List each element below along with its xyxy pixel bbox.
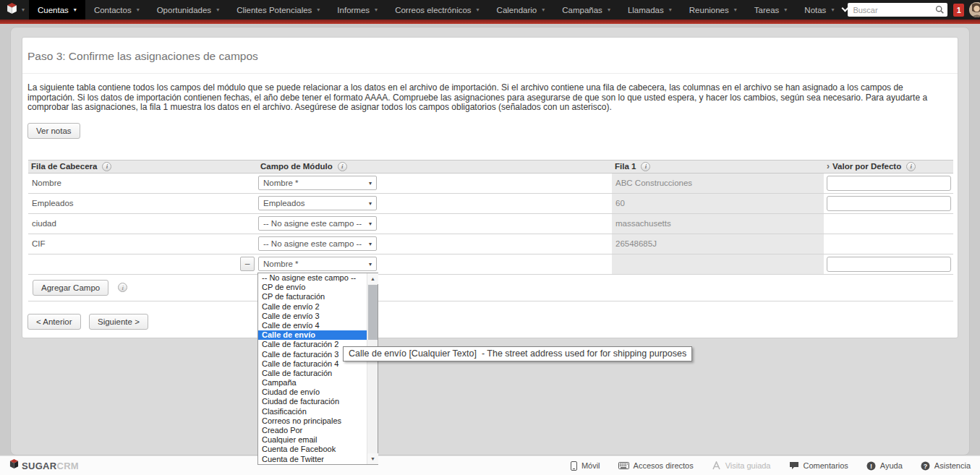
module-field-select[interactable]: Nombre *▾ — [258, 257, 377, 271]
siguiente-button[interactable]: Siguiente > — [89, 314, 148, 330]
panel-header: Paso 3: Confirme las asignaciones de cam… — [22, 38, 958, 74]
nav-item-oportunidades[interactable]: Oportunidades▾ — [148, 0, 228, 20]
footer-link-ayuda[interactable]: !Ayuda — [866, 461, 903, 471]
nav-item-label: Informes — [337, 6, 370, 14]
selected-option-label: -- No asigne este campo -- — [263, 219, 362, 228]
dropdown-option-cuenta-de-twitter[interactable]: Cuenta de Twitter — [258, 455, 367, 464]
footer-link-accesos-directos[interactable]: Accesos directos — [618, 461, 694, 470]
module-field-cell: -- No asigne este campo --▾ — [257, 214, 612, 234]
dropdown-option-cp-de-facturacion[interactable]: CP de facturación — [258, 292, 367, 301]
nav-item-label: Oportunidades — [157, 6, 211, 14]
dropdown-option-calle-de-envio-4[interactable]: Calle de envío 4 — [258, 321, 367, 330]
module-field-cell: Empleados▾ — [257, 194, 612, 213]
default-value-input[interactable] — [827, 196, 951, 211]
nav-item-tareas[interactable]: Tareas▾ — [746, 0, 796, 20]
chevron-down-icon: ▾ — [734, 7, 737, 13]
footer-link-label: Ayuda — [880, 461, 903, 470]
nav-item-label: Campañas — [562, 6, 602, 14]
search-input[interactable] — [853, 6, 935, 14]
dropdown-option-ciudad-de-facturacion[interactable]: Ciudad de facturación — [258, 397, 367, 406]
scroll-up-icon[interactable]: ▲ — [367, 273, 378, 284]
scrollbar-thumb[interactable] — [368, 285, 378, 340]
nav-item-clientes-potenciales[interactable]: Clientes Potenciales▾ — [228, 0, 328, 20]
anterior-button[interactable]: < Anterior — [27, 314, 81, 330]
dropdown-option-calle-de-facturacion[interactable]: Calle de facturación — [258, 369, 367, 378]
file-header-cell: Empleados — [28, 194, 257, 213]
dropdown-option-calle-de-envio-2[interactable]: Calle de envío 2 — [258, 302, 367, 312]
dropdown-option-cp-de-envio[interactable]: CP de envío — [258, 283, 367, 292]
selected-option-label: Empleados — [263, 199, 305, 207]
chevron-down-icon: ▾ — [369, 180, 372, 187]
sugarcrm-logo-icon — [7, 3, 17, 17]
footer-link-label: Accesos directos — [634, 461, 694, 470]
dropdown-option-list: -- No asigne este campo --CP de envíoCP … — [258, 273, 367, 464]
dropdown-option-calle-de-envio-3[interactable]: Calle de envío 3 — [258, 312, 367, 321]
chevron-down-icon: ▾ — [137, 7, 140, 13]
default-value-cell — [824, 254, 959, 274]
nav-item-correos-electronicos[interactable]: Correos electrónicos▾ — [386, 0, 487, 20]
dropdown-option-calle-de-envio[interactable]: Calle de envío — [258, 330, 367, 340]
module-field-select[interactable]: -- No asigne este campo --▾ — [258, 216, 377, 231]
nav-item-label: Clientes Potenciales — [237, 6, 312, 14]
avatar[interactable] — [969, 2, 980, 17]
row1-value-cell: ABC Construcciones — [612, 174, 824, 193]
keyboard-icon — [618, 462, 629, 469]
field-mapping-table: Fila de Cabecerai Campo de Móduloi Fila … — [28, 160, 953, 301]
mapping-row: CIF-- No asigne este campo --▾26548685J — [28, 234, 953, 254]
footer-link-comentarios[interactable]: Comentarios — [789, 461, 848, 470]
collapse-arrow-icon[interactable]: › — [827, 161, 830, 171]
module-field-cell: -- No asigne este campo --▾ — [257, 234, 612, 254]
nav-item-informes[interactable]: Informes▾ — [328, 0, 386, 20]
comment-icon — [789, 461, 799, 470]
module-field-select[interactable]: Empleados▾ — [258, 196, 377, 210]
sugarcrm-footer-logo[interactable]: SUGARCRM — [9, 459, 79, 472]
brand-sugar-text: SUGAR — [22, 461, 56, 471]
default-value-input[interactable] — [827, 257, 951, 272]
dropdown-option-ciudad-de-envio[interactable]: Ciudad de envío — [258, 388, 367, 397]
default-value-input[interactable] — [827, 176, 951, 191]
nav-item-campanas[interactable]: Campañas▾ — [553, 0, 619, 20]
nav-item-cuentas[interactable]: Cuentas▾ — [29, 0, 85, 20]
notification-badge[interactable]: 1 — [953, 4, 964, 17]
ver-notas-button[interactable]: Ver notas — [27, 123, 80, 139]
module-field-select[interactable]: -- No asigne este campo --▾ — [258, 236, 377, 251]
dropdown-option-no-asigne-este-campo[interactable]: -- No asigne este campo -- — [258, 273, 367, 283]
dropdown-option-correos-no-principales[interactable]: Correos no principales — [258, 416, 367, 426]
footer-link-movil[interactable]: Móvil — [571, 461, 600, 471]
nav-item-llamadas[interactable]: Llamadas▾ — [619, 0, 681, 20]
info-icon[interactable]: i — [102, 162, 111, 171]
dropdown-option-creado-por[interactable]: Creado Por — [258, 426, 367, 435]
dropdown-option-cuenta-de-facebook[interactable]: Cuenta de Facebook — [258, 445, 367, 454]
row1-value-cell: 26548685J — [612, 234, 824, 254]
chevron-down-icon: ▾ — [669, 7, 672, 13]
agregar-campo-button[interactable]: Agregar Campo — [33, 280, 108, 296]
dropdown-option-clasificacion[interactable]: Clasificación — [258, 407, 367, 416]
chevron-down-icon: ▾ — [477, 7, 480, 13]
module-field-select[interactable]: Nombre *▾ — [258, 176, 377, 190]
info-icon[interactable]: i — [641, 162, 650, 171]
info-icon[interactable]: i — [338, 162, 347, 171]
import-wizard-panel: Paso 3: Confirme las asignaciones de cam… — [22, 37, 958, 338]
chevron-down-icon: ▾ — [831, 7, 834, 13]
nav-item-reuniones[interactable]: Reuniones▾ — [681, 0, 746, 20]
footer-link-asistencia[interactable]: ?Asistencia — [921, 461, 971, 471]
info-icon[interactable]: i — [906, 162, 916, 171]
dropdown-option-campana[interactable]: Campaña — [258, 378, 367, 388]
module-field-cell: Nombre *▾ — [257, 174, 612, 193]
nav-item-notas[interactable]: Notas▾ — [796, 0, 843, 20]
main-container: Paso 3: Confirme las asignaciones de cam… — [10, 27, 970, 455]
file-header-cell: ciudad — [28, 214, 257, 234]
more-modules-button[interactable] — [843, 0, 848, 20]
file-header-cell: Nombre — [28, 174, 257, 193]
row1-value-cell — [612, 254, 824, 274]
dropdown-scrollbar[interactable]: ▲ ▼ — [367, 273, 378, 464]
remove-row-button[interactable]: – — [240, 257, 255, 271]
scroll-down-icon[interactable]: ▼ — [367, 453, 378, 464]
dropdown-option-cualquier-email[interactable]: Cualquier email — [258, 435, 367, 445]
search-icon[interactable] — [935, 5, 945, 14]
nav-item-calendario[interactable]: Calendario▾ — [488, 0, 554, 20]
nav-item-contactos[interactable]: Contactos▾ — [85, 0, 148, 20]
info-icon[interactable]: i — [118, 283, 127, 292]
table-body: NombreNombre *▾ABC ConstruccionesEmplead… — [28, 174, 953, 275]
sugarcrm-cube-logo[interactable]: ▾ — [0, 0, 29, 20]
